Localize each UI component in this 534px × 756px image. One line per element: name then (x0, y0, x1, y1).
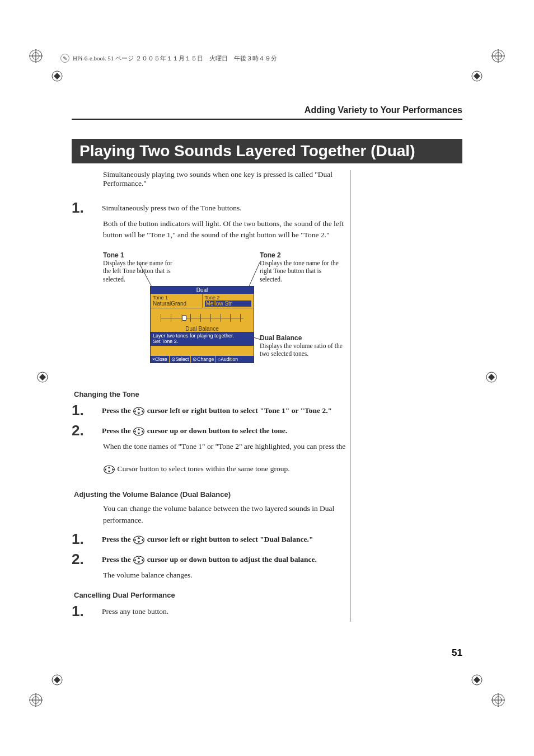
svg-marker-32 (138, 408, 140, 410)
step-instruction: Press the cursor up or down button to se… (102, 423, 350, 436)
registration-mark-icon (29, 49, 43, 63)
lcd-slider: Dual Balance (151, 308, 254, 332)
crop-mark-icon (485, 370, 498, 384)
lcd-tone2-label: Tone 2 (205, 295, 252, 300)
svg-marker-33 (138, 412, 140, 414)
lcd-tone1-label: Tone 1 (153, 295, 200, 300)
lcd-screen: Dual Tone 1 NaturalGrand Tone 2 Mellow S… (150, 286, 254, 363)
svg-marker-45 (113, 468, 114, 471)
step-number: 1. (72, 532, 94, 546)
step-instruction: Press the cursor left or right button to… (102, 532, 350, 545)
file-header: ✎ HPi-6-e.book 51 ページ ２００５年１１月１５日 火曜日 午後… (60, 54, 277, 63)
step-number: 2. (72, 552, 94, 566)
svg-marker-37 (138, 428, 140, 430)
svg-marker-43 (108, 471, 111, 472)
registration-mark-icon (29, 693, 43, 707)
cursor-icon (133, 555, 145, 565)
section-header: Adding Variety to Your Performances (72, 105, 462, 115)
file-header-text: HPi-6-e.book 51 ページ ２００５年１１月１５日 火曜日 午後３時… (73, 54, 277, 63)
svg-marker-23 (474, 73, 480, 79)
lcd-select-label: ⊙Select (170, 356, 191, 363)
svg-marker-25 (54, 677, 60, 683)
svg-marker-27 (474, 677, 480, 683)
registration-mark-icon (491, 693, 505, 707)
lcd-footer: ×Close ⊙Select ⊙Change ○Audition (151, 356, 254, 363)
dual-balance-label: Dual Balance (260, 334, 344, 342)
svg-marker-17 (39, 374, 46, 381)
svg-marker-50 (142, 538, 144, 541)
adjusting-balance-intro: You can change the volume balance betwee… (103, 503, 350, 526)
cursor-icon (133, 426, 145, 436)
lcd-change-label: ⊙Change (191, 356, 216, 363)
svg-marker-44 (104, 468, 106, 471)
lcd-tone2-value: Mellow Str (205, 300, 252, 307)
section-rule (72, 119, 462, 120)
lcd-slider-label: Dual Balance (151, 326, 254, 332)
tone1-label: Tone 1 (103, 251, 176, 259)
tone2-desc: Displays the tone name for the right Ton… (260, 259, 344, 284)
lcd-message: Layer two tones for playing together. Se… (151, 332, 254, 346)
crop-mark-icon (50, 69, 64, 83)
lcd-tone1-value: NaturalGrand (153, 300, 200, 307)
step-body: Both of the button indicators will light… (103, 218, 350, 241)
crop-mark-icon (470, 673, 484, 687)
svg-marker-54 (134, 558, 136, 561)
step-instruction: Press the cursor up or down button to ad… (102, 552, 350, 565)
svg-marker-19 (488, 374, 495, 381)
tone2-label: Tone 2 (260, 251, 344, 259)
svg-marker-48 (138, 541, 140, 543)
step-instruction: Press any tone button. (102, 604, 350, 616)
svg-marker-35 (142, 410, 144, 412)
svg-marker-40 (142, 430, 144, 433)
crop-mark-icon (470, 69, 484, 83)
registration-mark-icon (491, 49, 505, 63)
cursor-icon (133, 535, 145, 545)
step-number: 1. (72, 403, 94, 417)
svg-marker-38 (138, 433, 140, 434)
svg-marker-55 (142, 558, 144, 561)
cursor-icon (103, 464, 115, 475)
step-number: 2. (72, 423, 94, 438)
svg-marker-47 (138, 537, 140, 538)
step-instruction: Simultaneously press two of the Tone but… (102, 200, 350, 213)
page-number: 51 (452, 647, 462, 659)
changing-tone-heading: Changing the Tone (74, 390, 350, 398)
lcd-audition-label: ○Audition (216, 356, 240, 363)
svg-marker-49 (134, 538, 136, 541)
tone1-desc: Displays the tone name for the left Tone… (103, 259, 176, 284)
step-instruction: Press the cursor left or right button to… (102, 403, 350, 416)
svg-marker-53 (138, 561, 140, 563)
adjusting-balance-heading: Adjusting the Volume Balance (Dual Balan… (74, 490, 350, 499)
page-title: Playing Two Sounds Layered Together (Dua… (72, 139, 462, 163)
dual-diagram: Tone 1 Displays the tone name for the le… (103, 251, 350, 374)
book-icon: ✎ (60, 54, 69, 63)
svg-marker-42 (108, 466, 111, 468)
svg-marker-21 (54, 73, 60, 79)
svg-marker-52 (138, 557, 140, 558)
slider-thumb-icon (182, 315, 186, 321)
cancelling-heading: Cancelling Dual Performance (74, 591, 350, 599)
lcd-header: Dual (151, 287, 254, 294)
cursor-icon (133, 406, 145, 416)
svg-marker-34 (134, 410, 136, 412)
intro-text: Simultaneously playing two sounds when o… (103, 170, 350, 188)
lcd-close-label: ×Close (151, 356, 170, 363)
svg-marker-39 (134, 430, 136, 433)
crop-mark-icon (36, 370, 49, 384)
step-number: 1. (72, 604, 94, 618)
step-number: 1. (72, 200, 94, 215)
dual-balance-desc: Displays the volume ratio of the two sel… (260, 342, 344, 359)
step-body: The volume balance changes. (103, 570, 350, 581)
crop-mark-icon (50, 673, 64, 687)
step-body: When the tone names of "Tone 1" or "Tone… (103, 441, 350, 475)
